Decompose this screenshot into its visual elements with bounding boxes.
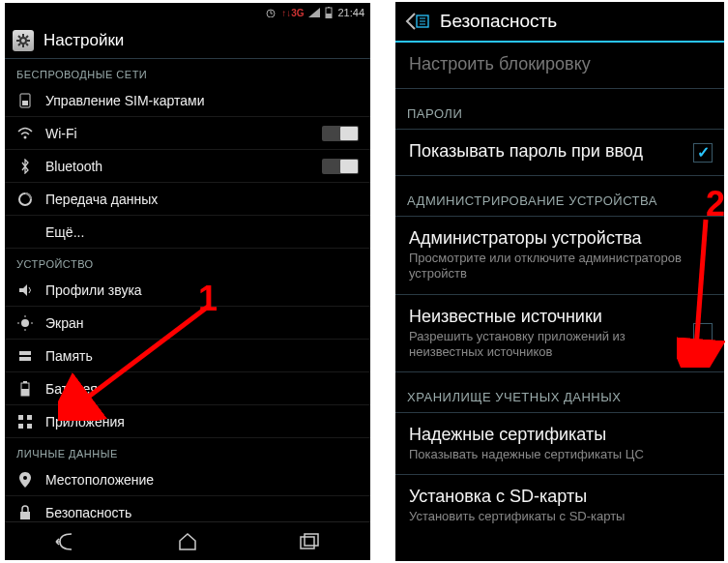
item-label: Приложения bbox=[45, 414, 359, 430]
svg-point-35 bbox=[23, 476, 27, 480]
back-icon[interactable] bbox=[403, 10, 430, 33]
sim-icon bbox=[16, 92, 34, 109]
item-unknown-sources[interactable]: Неизвестные источники Разрешить установк… bbox=[395, 295, 724, 373]
phone-left-settings: ↑↓3G 21:44 Настройки БЕСПРОВОДНЫЕ СЕТИ У… bbox=[5, 3, 370, 560]
svg-rect-27 bbox=[19, 357, 31, 361]
svg-rect-33 bbox=[18, 424, 23, 429]
item-sound[interactable]: Профили звука bbox=[5, 274, 370, 307]
bt-toggle[interactable] bbox=[322, 159, 359, 174]
svg-line-12 bbox=[18, 36, 20, 38]
page-title: Настройки bbox=[44, 31, 124, 50]
svg-rect-36 bbox=[20, 512, 30, 519]
item-label: Показывать пароль при ввод bbox=[409, 141, 711, 162]
item-sublabel: Разрешить установку приложений из неизве… bbox=[409, 329, 711, 361]
section-passwords: ПАРОЛИ bbox=[395, 89, 724, 130]
settings-icon bbox=[13, 30, 34, 51]
settings-title-bar: Настройки bbox=[5, 22, 370, 59]
svg-line-14 bbox=[26, 36, 28, 38]
svg-rect-42 bbox=[305, 534, 318, 546]
annotation-label-2: 2 bbox=[706, 184, 725, 224]
svg-rect-6 bbox=[328, 7, 330, 8]
item-label: Память bbox=[45, 348, 359, 364]
item-label: Настроить блокировку bbox=[409, 54, 711, 74]
svg-rect-41 bbox=[301, 537, 314, 548]
svg-line-15 bbox=[18, 44, 20, 45]
svg-rect-26 bbox=[19, 351, 31, 355]
item-device-admins[interactable]: Администраторы устройства Просмотрите ил… bbox=[395, 217, 724, 295]
item-battery[interactable]: Батарея bbox=[5, 372, 370, 405]
phone-right-security: Безопасность Настроить блокировку ПАРОЛИ… bbox=[395, 2, 724, 561]
item-install-sd[interactable]: Установка с SD-карты Установить сертифик… bbox=[395, 475, 724, 536]
nav-recents-button[interactable] bbox=[290, 527, 329, 556]
network-3g-label: ↑↓3G bbox=[281, 8, 304, 18]
wifi-icon bbox=[16, 125, 34, 142]
section-device: УСТРОЙСТВО bbox=[5, 249, 370, 274]
data-usage-icon bbox=[16, 191, 34, 208]
battery-icon bbox=[16, 380, 34, 398]
svg-marker-20 bbox=[19, 284, 27, 296]
display-icon bbox=[16, 314, 34, 332]
item-bluetooth[interactable]: Bluetooth bbox=[5, 150, 370, 183]
svg-rect-17 bbox=[22, 101, 28, 105]
item-label: Надежные сертификаты bbox=[409, 425, 711, 445]
navigation-bar bbox=[5, 521, 370, 560]
nav-home-button[interactable] bbox=[168, 527, 207, 556]
item-apps[interactable]: Приложения bbox=[5, 405, 370, 438]
sound-icon bbox=[16, 282, 34, 299]
svg-rect-34 bbox=[27, 424, 32, 429]
status-bar: ↑↓3G 21:44 bbox=[5, 3, 370, 22]
item-label: Управление SIM-картами bbox=[45, 93, 359, 108]
item-label: Ещё... bbox=[45, 224, 359, 240]
storage-icon bbox=[16, 347, 34, 365]
svg-rect-31 bbox=[18, 415, 23, 420]
section-credentials: ХРАНИЛИЩЕ УЧЕТНЫХ ДАННЫХ bbox=[395, 372, 724, 413]
item-sim-management[interactable]: Управление SIM-картами bbox=[5, 84, 370, 117]
bluetooth-icon bbox=[16, 158, 34, 175]
item-sublabel: Просмотрите или отключите администраторо… bbox=[409, 251, 711, 282]
apps-icon bbox=[16, 413, 34, 430]
svg-marker-3 bbox=[308, 8, 320, 17]
section-wireless: БЕСПРОВОДНЫЕ СЕТИ bbox=[5, 59, 370, 84]
svg-point-7 bbox=[20, 38, 26, 44]
svg-point-21 bbox=[21, 319, 29, 327]
security-title-bar: Безопасность bbox=[395, 2, 724, 43]
unknown-sources-checkbox[interactable] bbox=[693, 323, 713, 342]
item-label: Bluetooth bbox=[45, 159, 310, 174]
item-lock-setup[interactable]: Настроить блокировку bbox=[395, 43, 724, 89]
item-label: Безопасность bbox=[45, 505, 359, 520]
alarm-icon bbox=[265, 8, 277, 17]
svg-rect-5 bbox=[326, 14, 332, 18]
item-show-password[interactable]: Показывать пароль при ввод bbox=[395, 130, 724, 176]
section-device-admin: АДМИНИСТРИРОВАНИЕ УСТРОЙСТВА bbox=[395, 176, 724, 217]
show-password-checkbox[interactable] bbox=[693, 143, 713, 163]
item-label: Передача данных bbox=[45, 192, 359, 207]
page-title: Безопасность bbox=[440, 11, 557, 32]
status-time: 21:44 bbox=[337, 7, 364, 18]
nav-back-button[interactable] bbox=[46, 527, 85, 556]
item-display[interactable]: Экран bbox=[5, 307, 370, 340]
svg-rect-29 bbox=[23, 381, 27, 383]
annotation-label-1: 1 bbox=[198, 279, 218, 319]
item-security[interactable]: Безопасность bbox=[5, 496, 370, 521]
item-location[interactable]: Местоположение bbox=[5, 463, 370, 496]
item-label: Администраторы устройства bbox=[409, 228, 711, 249]
item-sublabel: Показывать надежные сертификаты ЦС bbox=[409, 447, 711, 462]
svg-point-18 bbox=[24, 135, 27, 138]
item-label: Батарея bbox=[45, 381, 359, 397]
location-icon bbox=[16, 471, 34, 489]
item-label: Местоположение bbox=[45, 472, 359, 488]
item-storage[interactable]: Память bbox=[5, 340, 370, 372]
item-more[interactable]: Ещё... bbox=[5, 216, 370, 249]
svg-rect-30 bbox=[21, 389, 29, 396]
wifi-toggle[interactable] bbox=[322, 126, 359, 141]
item-label: Установка с SD-карты bbox=[409, 487, 711, 507]
item-label: Неизвестные источники bbox=[409, 307, 711, 327]
item-sublabel: Установить сертификаты с SD-карты bbox=[409, 509, 711, 524]
svg-rect-32 bbox=[27, 415, 32, 420]
lock-icon bbox=[16, 504, 34, 521]
item-data-usage[interactable]: Передача данных bbox=[5, 183, 370, 216]
signal-icon bbox=[308, 8, 320, 17]
section-personal: ЛИЧНЫЕ ДАННЫЕ bbox=[5, 438, 370, 463]
item-wifi[interactable]: Wi-Fi bbox=[5, 117, 370, 150]
item-trusted-certs[interactable]: Надежные сертификаты Показывать надежные… bbox=[395, 413, 724, 475]
